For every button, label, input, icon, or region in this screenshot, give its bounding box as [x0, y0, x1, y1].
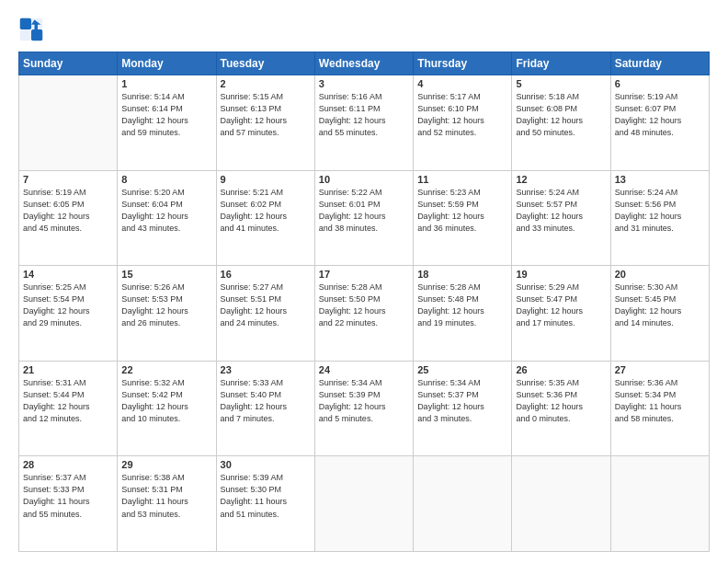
cell-sun-info: Sunrise: 5:22 AM Sunset: 6:01 PM Dayligh…: [319, 187, 409, 235]
calendar-cell: 13Sunrise: 5:24 AM Sunset: 5:56 PM Dayli…: [610, 170, 709, 266]
day-number: 15: [121, 269, 211, 280]
day-number: 3: [319, 78, 409, 89]
calendar-day-header: Saturday: [610, 52, 709, 75]
calendar-cell: 7Sunrise: 5:19 AM Sunset: 6:05 PM Daylig…: [19, 170, 118, 266]
day-number: 2: [221, 78, 311, 89]
svg-rect-0: [20, 18, 31, 29]
cell-sun-info: Sunrise: 5:18 AM Sunset: 6:08 PM Dayligh…: [516, 91, 606, 139]
calendar-day-header: Friday: [512, 52, 610, 75]
day-number: 9: [221, 174, 311, 185]
cell-sun-info: Sunrise: 5:39 AM Sunset: 5:30 PM Dayligh…: [221, 472, 311, 520]
day-number: 8: [121, 174, 211, 185]
cell-sun-info: Sunrise: 5:32 AM Sunset: 5:42 PM Dayligh…: [121, 377, 211, 425]
calendar-cell: 24Sunrise: 5:34 AM Sunset: 5:39 PM Dayli…: [314, 361, 413, 456]
calendar-table: SundayMondayTuesdayWednesdayThursdayFrid…: [18, 52, 710, 552]
day-number: 5: [516, 78, 606, 89]
day-number: 22: [121, 364, 211, 375]
cell-sun-info: Sunrise: 5:23 AM Sunset: 5:59 PM Dayligh…: [417, 187, 507, 235]
calendar-day-header: Sunday: [19, 52, 118, 75]
calendar-cell: 25Sunrise: 5:34 AM Sunset: 5:37 PM Dayli…: [414, 361, 512, 456]
day-number: 6: [615, 78, 705, 89]
calendar-day-header: Monday: [118, 52, 216, 75]
cell-sun-info: Sunrise: 5:21 AM Sunset: 6:02 PM Dayligh…: [221, 187, 311, 235]
calendar-cell: 2Sunrise: 5:15 AM Sunset: 6:13 PM Daylig…: [216, 75, 314, 171]
cell-sun-info: Sunrise: 5:34 AM Sunset: 5:39 PM Dayligh…: [319, 377, 409, 425]
cell-sun-info: Sunrise: 5:28 AM Sunset: 5:50 PM Dayligh…: [319, 282, 409, 329]
cell-sun-info: Sunrise: 5:31 AM Sunset: 5:44 PM Dayligh…: [23, 377, 113, 425]
day-number: 4: [417, 78, 507, 89]
calendar-cell: 6Sunrise: 5:19 AM Sunset: 6:07 PM Daylig…: [610, 75, 709, 171]
day-number: 28: [23, 459, 113, 470]
cell-sun-info: Sunrise: 5:25 AM Sunset: 5:54 PM Dayligh…: [23, 282, 113, 329]
cell-sun-info: Sunrise: 5:16 AM Sunset: 6:11 PM Dayligh…: [319, 91, 409, 139]
cell-sun-info: Sunrise: 5:14 AM Sunset: 6:14 PM Dayligh…: [121, 91, 211, 139]
calendar-cell: 28Sunrise: 5:37 AM Sunset: 5:33 PM Dayli…: [19, 456, 118, 552]
day-number: 23: [221, 364, 311, 375]
calendar-week-row: 7Sunrise: 5:19 AM Sunset: 6:05 PM Daylig…: [19, 170, 710, 266]
calendar-cell: 17Sunrise: 5:28 AM Sunset: 5:50 PM Dayli…: [314, 266, 413, 362]
calendar-cell: 16Sunrise: 5:27 AM Sunset: 5:51 PM Dayli…: [216, 266, 314, 362]
cell-sun-info: Sunrise: 5:17 AM Sunset: 6:10 PM Dayligh…: [417, 91, 507, 139]
cell-sun-info: Sunrise: 5:29 AM Sunset: 5:47 PM Dayligh…: [516, 282, 606, 329]
day-number: 12: [516, 174, 606, 185]
calendar-cell: 12Sunrise: 5:24 AM Sunset: 5:57 PM Dayli…: [512, 170, 610, 266]
cell-sun-info: Sunrise: 5:26 AM Sunset: 5:53 PM Dayligh…: [121, 282, 211, 329]
calendar-cell: 11Sunrise: 5:23 AM Sunset: 5:59 PM Dayli…: [414, 170, 512, 266]
day-number: 25: [417, 364, 507, 375]
cell-sun-info: Sunrise: 5:24 AM Sunset: 5:57 PM Dayligh…: [516, 187, 606, 235]
day-number: 21: [23, 364, 113, 375]
calendar-cell: 8Sunrise: 5:20 AM Sunset: 6:04 PM Daylig…: [118, 170, 216, 266]
calendar-cell: 19Sunrise: 5:29 AM Sunset: 5:47 PM Dayli…: [512, 266, 610, 362]
day-number: 11: [417, 174, 507, 185]
calendar-cell: 27Sunrise: 5:36 AM Sunset: 5:34 PM Dayli…: [610, 361, 709, 456]
day-number: 18: [417, 269, 507, 280]
calendar-cell: [414, 456, 512, 552]
day-number: 20: [615, 269, 705, 280]
calendar-cell: 26Sunrise: 5:35 AM Sunset: 5:36 PM Dayli…: [512, 361, 610, 456]
calendar-cell: 23Sunrise: 5:33 AM Sunset: 5:40 PM Dayli…: [216, 361, 314, 456]
calendar-cell: 5Sunrise: 5:18 AM Sunset: 6:08 PM Daylig…: [512, 75, 610, 171]
calendar-day-header: Thursday: [414, 52, 512, 75]
cell-sun-info: Sunrise: 5:28 AM Sunset: 5:48 PM Dayligh…: [417, 282, 507, 329]
cell-sun-info: Sunrise: 5:37 AM Sunset: 5:33 PM Dayligh…: [23, 472, 113, 520]
calendar-week-row: 1Sunrise: 5:14 AM Sunset: 6:14 PM Daylig…: [19, 75, 710, 171]
calendar-week-row: 14Sunrise: 5:25 AM Sunset: 5:54 PM Dayli…: [19, 266, 710, 362]
calendar-week-row: 21Sunrise: 5:31 AM Sunset: 5:44 PM Dayli…: [19, 361, 710, 456]
cell-sun-info: Sunrise: 5:19 AM Sunset: 6:07 PM Dayligh…: [615, 91, 705, 139]
calendar-cell: 4Sunrise: 5:17 AM Sunset: 6:10 PM Daylig…: [414, 75, 512, 171]
svg-rect-2: [20, 29, 31, 40]
calendar-day-header: Wednesday: [314, 52, 413, 75]
day-number: 26: [516, 364, 606, 375]
calendar-day-header: Tuesday: [216, 52, 314, 75]
calendar-cell: 18Sunrise: 5:28 AM Sunset: 5:48 PM Dayli…: [414, 266, 512, 362]
calendar-week-row: 28Sunrise: 5:37 AM Sunset: 5:33 PM Dayli…: [19, 456, 710, 552]
calendar-cell: [512, 456, 610, 552]
day-number: 24: [319, 364, 409, 375]
calendar-cell: [314, 456, 413, 552]
calendar-cell: 20Sunrise: 5:30 AM Sunset: 5:45 PM Dayli…: [610, 266, 709, 362]
logo-icon: [18, 17, 44, 42]
cell-sun-info: Sunrise: 5:30 AM Sunset: 5:45 PM Dayligh…: [615, 282, 705, 329]
calendar-cell: [610, 456, 709, 552]
day-number: 14: [23, 269, 113, 280]
calendar-cell: 29Sunrise: 5:38 AM Sunset: 5:31 PM Dayli…: [118, 456, 216, 552]
calendar-cell: 30Sunrise: 5:39 AM Sunset: 5:30 PM Dayli…: [216, 456, 314, 552]
calendar-cell: 15Sunrise: 5:26 AM Sunset: 5:53 PM Dayli…: [118, 266, 216, 362]
calendar-cell: 1Sunrise: 5:14 AM Sunset: 6:14 PM Daylig…: [118, 75, 216, 171]
day-number: 30: [221, 459, 311, 470]
page: SundayMondayTuesdayWednesdayThursdayFrid…: [0, 0, 728, 563]
cell-sun-info: Sunrise: 5:27 AM Sunset: 5:51 PM Dayligh…: [221, 282, 311, 329]
day-number: 17: [319, 269, 409, 280]
header: [18, 17, 710, 42]
day-number: 13: [615, 174, 705, 185]
day-number: 1: [121, 78, 211, 89]
cell-sun-info: Sunrise: 5:33 AM Sunset: 5:40 PM Dayligh…: [221, 377, 311, 425]
cell-sun-info: Sunrise: 5:24 AM Sunset: 5:56 PM Dayligh…: [615, 187, 705, 235]
cell-sun-info: Sunrise: 5:19 AM Sunset: 6:05 PM Dayligh…: [23, 187, 113, 235]
cell-sun-info: Sunrise: 5:35 AM Sunset: 5:36 PM Dayligh…: [516, 377, 606, 425]
calendar-cell: 21Sunrise: 5:31 AM Sunset: 5:44 PM Dayli…: [19, 361, 118, 456]
cell-sun-info: Sunrise: 5:34 AM Sunset: 5:37 PM Dayligh…: [417, 377, 507, 425]
calendar-cell: [19, 75, 118, 171]
day-number: 10: [319, 174, 409, 185]
calendar-cell: 22Sunrise: 5:32 AM Sunset: 5:42 PM Dayli…: [118, 361, 216, 456]
